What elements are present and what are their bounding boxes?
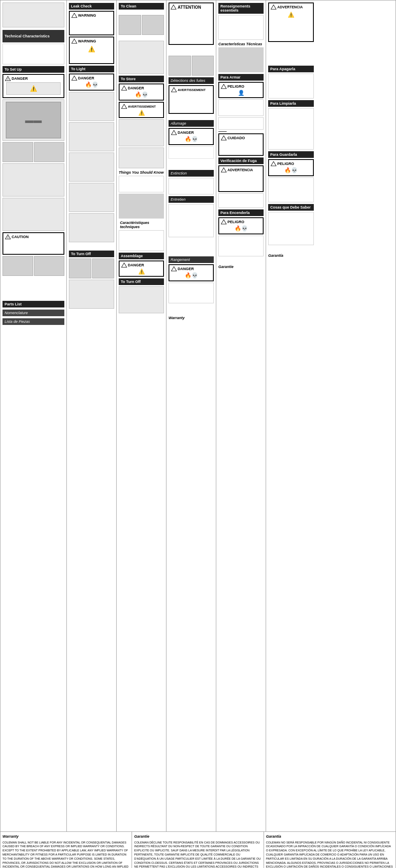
danger-box-light: DANGER 🔥💀 xyxy=(69,74,114,91)
fire-icons-peligro-2: 🔥💀 xyxy=(221,225,261,231)
danger-triangle-rangement-icon xyxy=(171,266,177,271)
cuidado-box: CUIDADO xyxy=(218,133,264,156)
col4-spacer xyxy=(167,239,215,255)
column-6: ADVERTENCIA ⚠️ Para Apagarla Para Limpia… xyxy=(266,0,316,831)
clean-image-pair xyxy=(119,15,164,35)
svg-text:!: ! xyxy=(7,78,8,81)
clean-img-2 xyxy=(142,15,164,35)
danger-box-store: DANGER 🔥💀 xyxy=(119,84,164,101)
para-encenderla-label: Para Encenderla xyxy=(218,209,264,216)
avertissement-box: AVERTISSEMENT ⚠️ xyxy=(119,102,164,118)
tech-char-content xyxy=(2,44,64,64)
caution-content xyxy=(5,240,62,253)
caracteristiques-techniques-title: Caractéristiques techniques xyxy=(119,221,164,229)
to-set-up-label: To Set Up xyxy=(2,66,64,73)
cuidado-triangle-icon xyxy=(221,135,227,140)
warranty-label-col4: Warranty xyxy=(169,316,214,320)
para-guardarla-label: Para Guardarla xyxy=(268,151,314,158)
peligro-triangle-icon xyxy=(221,84,227,89)
para-limpiarla-label: Para Limpiarla xyxy=(268,100,314,107)
column-5: Renseignements essentiels Característica… xyxy=(216,0,266,831)
store-image-2 xyxy=(119,148,164,168)
para-armar-content xyxy=(218,99,264,116)
caution-box: ! CAUTION xyxy=(2,232,64,255)
allumage-label: Allumage xyxy=(169,120,214,127)
svg-marker-11 xyxy=(171,88,177,92)
warranty-english-text: COLEMAN SHALL NOT BE LIABLE FOR ANY INCI… xyxy=(2,841,130,868)
warranty-spanish-text: COLEMAN NO SERÁ RESPONSABLE POR NINGÚN D… xyxy=(266,841,393,868)
fire-icons-light: 🔥💀 xyxy=(71,81,112,88)
warranty-row: Warranty COLEMAN SHALL NOT BE LIABLE FOR… xyxy=(0,832,396,868)
para-guardarla-content xyxy=(268,177,314,202)
para-limpiarla-content xyxy=(268,108,314,150)
warning-box-1: WARNING xyxy=(69,11,114,35)
fire-icons-peligro-3: 🔥💀 xyxy=(271,167,311,173)
to-turn-off-label-col2: To Turn Off xyxy=(69,251,114,257)
renseignements-content xyxy=(218,15,264,40)
warning-1-content xyxy=(71,19,112,33)
gray-box-col5 xyxy=(218,47,264,72)
column-3: To Clean To Store DANGER xyxy=(117,0,166,831)
peligro-box-2: PELIGRO 🔥💀 xyxy=(218,217,264,234)
light-image-4 xyxy=(69,183,114,212)
caracteristicas-tecnicas-col5: Características Técnicas xyxy=(218,42,264,46)
para-apagarla-content xyxy=(268,74,314,98)
setup-image-pair-2 xyxy=(2,256,64,276)
danger-triangle-icon: ! xyxy=(5,76,11,81)
svg-marker-10 xyxy=(171,5,176,10)
light-image-2 xyxy=(69,122,114,151)
svg-marker-13 xyxy=(171,267,177,271)
danger-triangle-light-icon xyxy=(71,76,77,81)
setup-image-single xyxy=(2,163,64,197)
advertencia-content xyxy=(221,173,261,190)
peligro-person-icon: 👤 xyxy=(221,90,261,96)
para-armar-label: Para Armar xyxy=(218,74,264,81)
column-4: ATTENTION Détections des fuites AVER xyxy=(166,0,216,831)
cosas-que-debe-saber-label: Cosas que Debe Saber xyxy=(268,204,314,211)
turn-off-col3-image xyxy=(119,286,164,313)
warning-triangle-2-icon xyxy=(71,39,77,44)
setup-img-3 xyxy=(2,256,33,276)
danger-triangle-allumage-icon xyxy=(171,130,177,135)
renseignements-label: Renseignements essentiels xyxy=(218,3,264,14)
leak-check-label: Leak Check xyxy=(69,3,114,10)
product-image-top xyxy=(2,2,64,27)
svg-marker-16 xyxy=(221,168,227,172)
garantia-label: Garantía xyxy=(268,253,314,258)
warning-box-2: WARNING ⚠️ xyxy=(69,37,114,64)
warning-2-content xyxy=(71,54,112,62)
advertencia-top-icon: ⚠️ xyxy=(271,10,311,19)
gray-box-col3 xyxy=(119,194,164,219)
warranty-french-text: COLEMAN DÉCLINE TOUTE RESPONSABILITÉ EN … xyxy=(134,841,261,868)
to-turn-off-label-col3: To Turn Off xyxy=(119,278,164,285)
to-light-label: To Light xyxy=(69,66,114,72)
col4-img-2 xyxy=(192,56,214,76)
attention-box: ATTENTION xyxy=(169,2,214,45)
peligro-box-3: PELIGRO 🔥💀 xyxy=(268,159,314,176)
svg-marker-7 xyxy=(122,86,127,91)
svg-marker-15 xyxy=(221,136,227,140)
col4-image-pair xyxy=(169,56,214,76)
svg-marker-19 xyxy=(271,162,276,166)
avertissement-triangle-icon xyxy=(121,104,127,109)
light-image-5 xyxy=(69,213,114,242)
svg-marker-17 xyxy=(221,220,227,224)
turn-off-image-pair xyxy=(69,258,114,278)
danger-triangle-assemblage-icon xyxy=(121,263,127,268)
stove-large-image: ▬▬ xyxy=(2,99,64,141)
rangement-label: Rangement xyxy=(169,256,214,263)
para-apagarla-label: Para Apagarla xyxy=(268,66,314,72)
turn-off-img-1 xyxy=(69,258,91,278)
warranty-french-header: Garantie xyxy=(134,834,261,839)
clean-image-large xyxy=(119,41,164,74)
para-encenderla-content xyxy=(218,236,264,256)
turn-off-image-2 xyxy=(69,280,114,309)
svg-marker-4 xyxy=(72,13,77,18)
attention-triangle-icon xyxy=(171,5,176,10)
warning-triangle-1-icon xyxy=(71,13,77,18)
to-clean-label: To Clean xyxy=(119,3,164,10)
nomenclature-label: Nomenclature xyxy=(2,310,64,316)
lista-de-piezas-label: Lista de Piezas xyxy=(2,318,64,325)
light-image-1 xyxy=(69,92,114,121)
danger-box-assemblage: DANGER ⚠️ xyxy=(119,261,164,277)
